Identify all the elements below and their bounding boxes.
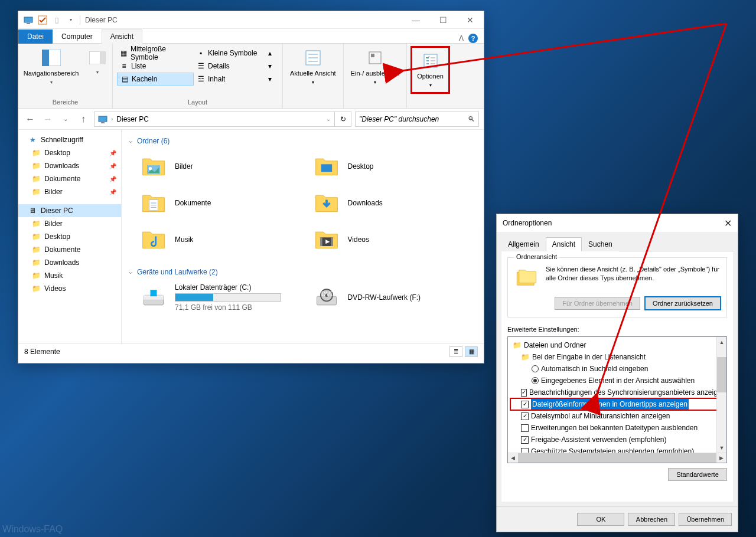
tree-checkbox-item[interactable]: ✓Dateigrößeinformationen in Ordnertipps … [510,398,724,410]
folder-tile[interactable]: Dokumente [137,186,304,220]
help-icon[interactable]: ? [468,34,478,43]
folder-tile[interactable]: Videos [310,223,477,256]
view-tiles-icon[interactable]: ▦ [465,346,478,357]
folder-tile[interactable]: Bilder [137,150,304,183]
watermark: Windows-FAQ [2,524,63,535]
sidebar-this-pc[interactable]: 🖥Dieser PC [18,204,121,217]
ok-button[interactable]: OK [577,513,624,526]
tree-vscrollbar[interactable]: ▲▼ [716,337,726,453]
layout-tiles[interactable]: ▤Kacheln [117,73,194,86]
folder-icon: 📁 [31,284,41,293]
defaults-button[interactable]: Standardwerte [668,468,727,481]
radio-icon [532,365,539,372]
sidebar-item-pictures[interactable]: 📁Bilder📌 [18,185,121,198]
folder-icon: 📁 [31,161,41,171]
videos-folder-icon [312,225,341,254]
pin-icon: 📌 [109,176,116,182]
preview-pane-button[interactable]: ▾ [84,46,110,78]
apply-to-folders-button[interactable]: Für Ordner übernehmen [555,297,640,310]
sidebar-pc-pictures[interactable]: 📁Bilder [18,217,121,230]
ribbon: Navigationsbereich ▾ ▾ Bereiche ▦Mittelg… [18,44,484,109]
section-drives[interactable]: Geräte und Laufwerke (2) [129,266,477,281]
tab-computer[interactable]: Computer [53,30,102,44]
drive-c[interactable]: Lokaler Datenträger (C:) 71,1 GB frei vo… [137,281,304,314]
drive-name: DVD-RW-Laufwerk (F:) [348,293,421,302]
pin-icon: 📌 [109,189,116,195]
tree-checkbox-item[interactable]: ✓Dateisymbol auf Miniaturansichten anzei… [510,410,724,422]
svg-rect-18 [321,164,331,172]
nav-recent[interactable]: ⌄ [58,112,73,126]
drive-dvd[interactable]: DVD DVD-RW-Laufwerk (F:) [310,281,477,314]
checkbox-icon: ✓ [521,412,529,420]
layout-details[interactable]: ☰Details [194,60,265,73]
dlg-tab-general[interactable]: Allgemein [501,237,546,251]
sidebar-item-downloads[interactable]: 📁Downloads📌 [18,159,121,172]
refresh-button[interactable]: ↻ [335,112,351,127]
apply-button[interactable]: Übernehmen [679,513,732,526]
current-view-button[interactable]: Aktuelle Ansicht▾ [286,46,340,88]
drive-icon [139,283,168,312]
layout-small[interactable]: ▪Kleine Symbole [194,47,265,60]
drive-free-text: 71,1 GB frei von 111 GB [175,303,281,312]
tree-radio-select[interactable]: Eingegebenes Element in der Ansicht ausw… [510,375,724,387]
search-input[interactable]: "Dieser PC" durchsuchen 🔍︎ [355,112,479,127]
dlg-tab-search[interactable]: Suchen [582,237,619,251]
dvd-icon: DVD [312,283,341,312]
svg-text:DVD: DVD [321,290,334,297]
address-bar: ← → ⌄ ↑ › Dieser PC ⌄ ↻ "Dieser PC" durc… [18,109,484,130]
sidebar-pc-videos[interactable]: 📁Videos [18,282,121,295]
doc-qat-icon[interactable]: ▯ [51,15,62,25]
close-button[interactable]: ✕ [457,11,484,29]
folder-icon: 📁 [31,245,41,254]
options-button[interactable]: Optionen▾ [413,49,447,91]
dialog-title: Ordneroptionen [503,219,552,227]
sidebar-pc-desktop[interactable]: 📁Desktop [18,230,121,243]
reset-folders-button[interactable]: Ordner zurücksetzen [645,297,721,310]
folder-stack-icon [514,265,539,290]
folder-tile[interactable]: Downloads [310,186,477,220]
layout-list[interactable]: ≡Liste [117,60,194,73]
nav-up[interactable]: ↑ [76,112,90,126]
folder-icon: 📁 [521,352,530,362]
view-details-icon[interactable]: ≣ [449,346,462,357]
sidebar-pc-downloads[interactable]: 📁Downloads [18,256,121,269]
nav-forward[interactable]: → [41,112,55,126]
tab-view[interactable]: Ansicht [102,30,142,44]
tree-hscrollbar[interactable]: ◀▶ [508,453,726,463]
minimize-button[interactable]: — [402,11,429,29]
advanced-settings-tree[interactable]: 📁Dateien und Ordner 📁Bei der Eingabe in … [507,336,727,463]
sidebar-pc-music[interactable]: 📁Musik [18,269,121,282]
folder-tile[interactable]: Musik [137,223,304,256]
show-hide-button[interactable]: Ein-/ ausblenden▾ [347,46,403,88]
sidebar-item-documents[interactable]: 📁Dokumente📌 [18,172,121,185]
checkbox-qat-icon[interactable] [37,15,48,25]
dialog-tabs: Allgemein Ansicht Suchen [501,237,733,251]
ribbon-collapse-icon[interactable]: ᐱ [459,34,464,42]
sidebar-item-desktop[interactable]: 📁Desktop📌 [18,146,121,159]
nav-pane-button[interactable]: Navigationsbereich ▾ [20,46,83,88]
sidebar-pc-documents[interactable]: 📁Dokumente [18,243,121,256]
nav-back[interactable]: ← [23,112,37,126]
svg-rect-24 [320,237,322,246]
tree-checkbox-item[interactable]: ✓Freigabe-Assistent verwenden (empfohlen… [510,434,724,446]
folder-tile[interactable]: Desktop [310,150,477,183]
section-folders[interactable]: Ordner (6) [129,135,477,150]
drive-name: Lokaler Datenträger (C:) [175,283,281,292]
dialog-close-button[interactable]: ✕ [724,218,732,229]
layout-content[interactable]: ☲Inhalt [194,73,265,86]
layout-medium[interactable]: ▦Mittelgroße Symbole [117,47,194,60]
sidebar-quick-access[interactable]: ★Schnellzugriff [18,133,121,146]
tab-file[interactable]: Datei [18,30,53,44]
ribbon-tabs: Datei Computer Ansicht ᐱ ? [18,29,484,44]
tree-radio-auto[interactable]: Automatisch in Suchfeld eingeben [510,363,724,375]
maximize-button[interactable]: ☐ [429,11,457,29]
dlg-tab-view[interactable]: Ansicht [546,237,582,251]
svg-rect-1 [27,23,30,24]
tree-checkbox-item[interactable]: ✓Benachrichtigungen des Synchronisierung… [510,387,724,398]
layout-scroll[interactable]: ▴▾▾ [265,47,275,86]
breadcrumb[interactable]: › Dieser PC ⌄ [94,112,335,127]
titlebar: ▯ ▾ Dieser PC — ☐ ✕ [18,11,484,29]
qat-dropdown-icon[interactable]: ▾ [66,15,76,25]
cancel-button[interactable]: Abbrechen [628,513,675,526]
tree-checkbox-item[interactable]: Erweiterungen bei bekannten Dateitypen a… [510,422,724,434]
